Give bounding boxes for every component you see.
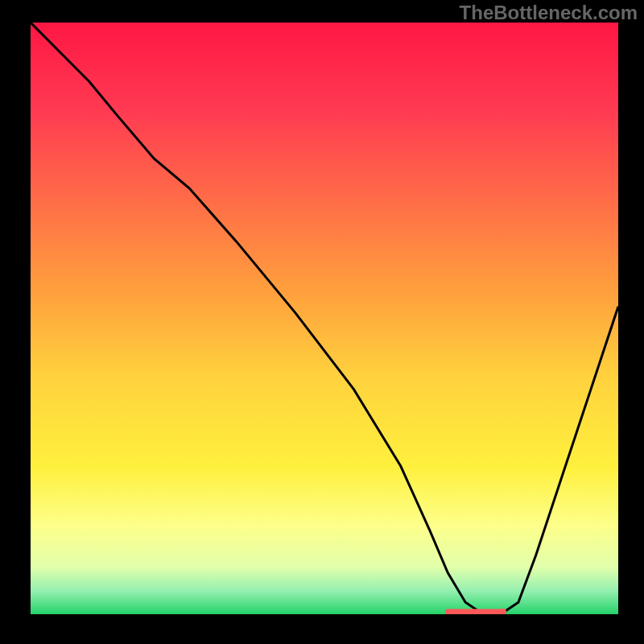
background-gradient: [31, 23, 618, 614]
watermark-text: TheBottleneck.com: [460, 2, 638, 24]
optimal-marker: [448, 609, 506, 614]
plot-area: [31, 23, 618, 614]
chart-container: TheBottleneck.com: [0, 0, 644, 644]
chart-svg: [31, 23, 618, 614]
